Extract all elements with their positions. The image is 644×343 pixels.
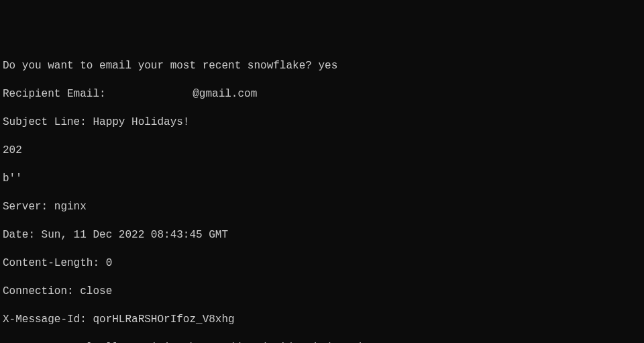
user-input-yes: yes bbox=[318, 60, 337, 72]
prompt-text: Do you want to email your most recent sn… bbox=[3, 60, 318, 72]
http-status-code: 202 bbox=[3, 144, 644, 158]
recipient-redacted bbox=[112, 89, 193, 100]
header-server: Server: nginx bbox=[3, 200, 644, 214]
header-content-length: Content-Length: 0 bbox=[3, 256, 644, 271]
recipient-domain: @gmail.com bbox=[193, 88, 257, 100]
header-date: Date: Sun, 11 Dec 2022 08:43:45 GMT bbox=[3, 228, 644, 242]
http-body-repr: b'' bbox=[3, 172, 644, 186]
prompt-email-snowflake: Do you want to email your most recent sn… bbox=[3, 59, 644, 73]
header-connection: Connection: close bbox=[3, 285, 644, 299]
subject-label: Subject Line: bbox=[3, 116, 93, 128]
header-message-id: X-Message-Id: qorHLRaRSHOrIfoz_V8xhg bbox=[3, 313, 644, 327]
subject-line: Subject Line: Happy Holidays! bbox=[3, 115, 644, 130]
recipient-label: Recipient Email: bbox=[3, 88, 112, 100]
recipient-line: Recipient Email: @gmail.com bbox=[3, 87, 644, 101]
subject-value: Happy Holidays! bbox=[93, 116, 189, 128]
